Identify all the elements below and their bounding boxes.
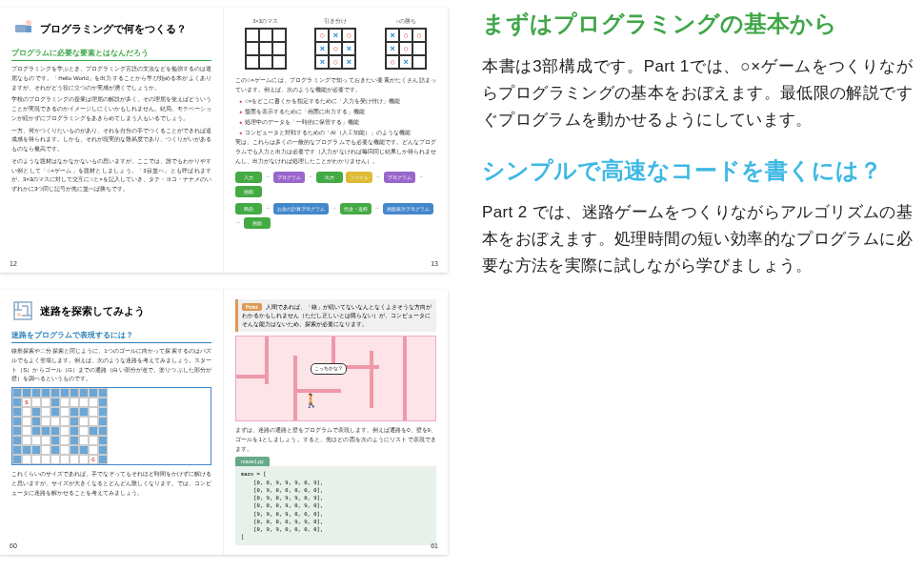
chapter-title-1: プログラミングで何をつくる？ [11, 17, 211, 42]
bullet: 盤面を表示するために「画面に出力する」機能 [239, 107, 436, 116]
tictactoe-examples: 3×3のマス 引き分け ○×○ ×○× ×○× ○ [235, 17, 436, 70]
section-title-1: まずはプログラミングの基本から [482, 8, 913, 40]
bullet: 処理中のデータを「一時的に保管する」機能 [239, 117, 436, 127]
computer-person-icon [11, 17, 34, 40]
svg-rect-3 [14, 302, 31, 319]
para: プログラミングを学ぶとき、プログラミング言語の文法などを勉強するのは退屈なもので… [11, 64, 211, 92]
chapter-title-2: 迷路を探索してみよう [11, 299, 211, 324]
flow-box: 出力 [316, 172, 343, 183]
arrow-icon: → [375, 173, 381, 182]
ttt-board-empty [245, 28, 287, 70]
book-spread-1: プログラミングで何をつくる？ プログラムに必要な要素とはなんだろう プログラミン… [0, 8, 448, 273]
right-column: まずはプログラミングの基本から 本書は3部構成です。Part 1では、○×ゲーム… [467, 0, 924, 572]
book-spread-2: 迷路を探索してみよう 迷路をプログラムで表現するには？ 線形探索や二分探索と同じ… [0, 290, 448, 555]
section-body-2: Part 2 では、迷路ゲームをつくりながらアルゴリズムの基本をおぼえます。処理… [482, 199, 913, 279]
flow-box: 画面 [244, 217, 271, 229]
speech-bubble: こっちかな？ [311, 363, 347, 374]
svg-point-4 [17, 313, 21, 317]
flow-box: 商品 [235, 203, 262, 214]
blue-subheading: 迷路をプログラムで表現するには？ [11, 330, 211, 343]
point-label: Point [242, 303, 262, 311]
flow-box: お金の計算プログラム [273, 203, 329, 214]
green-subheading: プログラムに必要な要素とはなんだろう [11, 48, 211, 61]
point-text: 人間であれば、「線」が続いてないなんとなくよさそうな方向がわかるかもしれません（… [242, 304, 432, 327]
code-filename: maze1.py [235, 457, 270, 467]
bullet: ○×をどこに書くかを指定するために「入力を受け付け」機能 [239, 96, 436, 106]
para: 学校のプログラミングの授業は理屈の解説が多く、その理屈を使えばどういうことが実現… [11, 94, 211, 122]
arrow-icon: → [308, 173, 313, 182]
maze-grid: SG [11, 387, 211, 465]
page-number: 13 [431, 258, 438, 269]
flow-box: 入力 [235, 172, 262, 183]
para: 実は、これらは多くの一般的なプログラムでも必要な機能です。どんなプログラムでも入… [235, 137, 436, 165]
para: この○×ゲームには、プログラミングで知っておきたい要素がたくさん詰まっています。… [235, 75, 436, 94]
flow-box: ファイル [346, 172, 372, 183]
chapter-title-text: プログラミングで何をつくる？ [40, 21, 187, 37]
bullet: コンピュータと対戦するための「AI（人工知能）」のような機能 [239, 128, 436, 137]
maze-illustration: こっちかな？ 🚶 [235, 336, 436, 421]
flow-box: 画面 [235, 186, 262, 197]
ttt-label: ○の勝ち [395, 17, 415, 26]
svg-point-1 [26, 20, 31, 26]
page-13: 3×3のマス 引き分け ○×○ ×○× ×○× ○ [224, 8, 448, 273]
arrow-icon: → [265, 204, 271, 214]
page-number: 61 [431, 541, 438, 551]
flow-box: 画面表示プログラム [383, 203, 433, 214]
left-column: プログラミングで何をつくる？ プログラムに必要な要素とはなんだろう プログラミン… [0, 0, 467, 572]
section-title-2: シンプルで高速なコードを書くには？ [482, 154, 913, 187]
svg-rect-2 [26, 26, 31, 32]
para: 一方、何かつくりたいものがあり、それを自分の手でつくることができれば達成感を得ら… [11, 126, 211, 153]
person-icon: 🚶 [303, 390, 319, 411]
arrow-icon: → [265, 173, 271, 182]
flow-diagram: 入力 → プログラム → 出力 ファイル → プログラム → 画面 [235, 172, 436, 197]
ttt-board-win: ×○○ ×○ ○× [385, 28, 427, 70]
para: まずは、迷路の通路と壁をプログラムで表現します。例えば通路を0、壁を9、ゴールを… [235, 425, 436, 453]
ttt-board-draw: ○×○ ×○× ×○× [314, 28, 356, 70]
para: 線形探索や二分探索と同じように、1つのゴールに向かって探索するのはパズルでもよく… [11, 346, 211, 383]
page-61: Point 人間であれば、「線」が続いてないなんとなくよさそうな方向がわかるかも… [224, 290, 448, 555]
svg-rect-0 [15, 25, 27, 32]
arrow-icon: → [418, 173, 424, 182]
flow-box: プログラム [384, 172, 415, 183]
page-number: 60 [10, 541, 17, 551]
code-block: maze = [ [0, 0, 9, 9, 9, 0, 9], [0, 9, 0… [235, 466, 436, 544]
section-body-1: 本書は3部構成です。Part 1では、○×ゲームをつくりながらプログラミングの基… [482, 53, 913, 133]
flow-diagram-2: 商品 → お金の計算プログラム → 代金・送料 → 画面表示プログラム → 画面 [235, 203, 436, 229]
para: そのような題材はなかなかないもの思いますが、ここでは、誰でもわかりやすい例として… [11, 156, 211, 194]
ttt-label: 3×3のマス [252, 17, 278, 26]
para: これくらいのサイズであれば、手でなぞってもそれほど時間をかけずに解けると思います… [11, 469, 211, 497]
arrow-icon: → [331, 204, 337, 214]
arrow-icon: → [235, 218, 241, 228]
point-callout: Point 人間であれば、「線」が続いてないなんとなくよさそうな方向がわかるかも… [235, 299, 436, 332]
flow-box: プログラム [273, 172, 305, 183]
page-number: 12 [10, 258, 17, 269]
page-12: プログラミングで何をつくる？ プログラムに必要な要素とはなんだろう プログラミン… [0, 8, 224, 273]
flow-box: 代金・送料 [340, 203, 372, 214]
ttt-label: 引き分け [324, 17, 347, 26]
chapter-title-text: 迷路を探索してみよう [40, 303, 145, 319]
feature-bullets: ○×をどこに書くかを指定するために「入力を受け付け」機能 盤面を表示するために「… [235, 96, 436, 136]
page-60: 迷路を探索してみよう 迷路をプログラムで表現するには？ 線形探索や二分探索と同じ… [0, 290, 224, 555]
maze-person-icon [11, 299, 34, 322]
arrow-icon: → [374, 204, 380, 214]
